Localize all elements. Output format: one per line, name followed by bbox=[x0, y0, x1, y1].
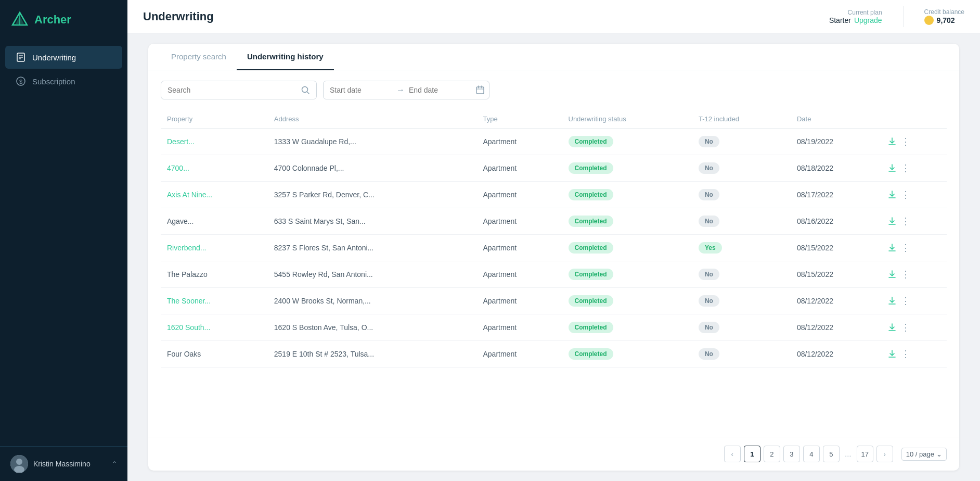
sidebar-item-underwriting[interactable]: Underwriting bbox=[5, 46, 122, 69]
property-name[interactable]: Axis At Nine... bbox=[167, 191, 212, 199]
search-box bbox=[161, 81, 317, 99]
cell-t12: No bbox=[692, 341, 791, 368]
page-title: Underwriting bbox=[143, 10, 214, 23]
pagination-bar: ‹ 1 2 3 4 5 … 17 › 10 / page ⌄ bbox=[148, 437, 959, 471]
cell-status: Completed bbox=[562, 182, 692, 208]
col-property: Property bbox=[161, 110, 268, 129]
cell-property: 1620 South... bbox=[161, 314, 268, 341]
status-badge: Completed bbox=[569, 216, 613, 227]
property-name[interactable]: The Sooner... bbox=[167, 297, 211, 305]
download-button[interactable] bbox=[887, 323, 897, 332]
cell-address: 3257 S Parker Rd, Denver, C... bbox=[268, 182, 477, 208]
cell-status: Completed bbox=[562, 235, 692, 261]
cell-actions: ⋮ bbox=[881, 288, 947, 314]
property-name[interactable]: Riverbend... bbox=[167, 244, 206, 252]
sidebar: Archer Underwriting $ Subscription bbox=[0, 0, 127, 481]
cell-t12: No bbox=[692, 314, 791, 341]
row-actions: ⋮ bbox=[887, 270, 940, 279]
more-options-button[interactable]: ⋮ bbox=[901, 243, 910, 252]
cell-actions: ⋮ bbox=[881, 235, 947, 261]
underwriting-table: Property Address Type Underwriting statu… bbox=[161, 110, 947, 368]
main-card: Property search Underwriting history bbox=[148, 44, 959, 471]
status-badge: Completed bbox=[569, 295, 613, 307]
sidebar-footer: Kristin Massimino ⌃ bbox=[0, 446, 127, 481]
table-row: Riverbend... 8237 S Flores St, San Anton… bbox=[161, 235, 947, 261]
page-5-button[interactable]: 5 bbox=[823, 446, 840, 462]
search-icon[interactable] bbox=[301, 85, 310, 95]
page-last-button[interactable]: 17 bbox=[857, 446, 873, 462]
cell-address: 633 S Saint Marys St, San... bbox=[268, 208, 477, 235]
page-1-button[interactable]: 1 bbox=[744, 446, 760, 462]
cell-address: 1620 S Boston Ave, Tulsa, O... bbox=[268, 314, 477, 341]
svg-point-10 bbox=[16, 459, 22, 465]
status-badge: Completed bbox=[569, 162, 613, 174]
subscription-icon: $ bbox=[16, 76, 26, 86]
start-date-input[interactable] bbox=[330, 86, 392, 94]
calendar-icon[interactable] bbox=[475, 85, 485, 95]
status-badge: Completed bbox=[569, 348, 613, 360]
per-page-select[interactable]: 10 / page ⌄ bbox=[901, 448, 947, 461]
more-options-button[interactable]: ⋮ bbox=[901, 190, 910, 199]
upgrade-link[interactable]: Upgrade bbox=[854, 16, 882, 24]
more-options-button[interactable]: ⋮ bbox=[901, 323, 910, 332]
download-button[interactable] bbox=[887, 243, 897, 252]
more-options-button[interactable]: ⋮ bbox=[901, 270, 910, 279]
cell-date: 08/12/2022 bbox=[791, 341, 881, 368]
cell-type: Apartment bbox=[476, 129, 562, 155]
next-page-button[interactable]: › bbox=[876, 446, 893, 462]
col-date: Date bbox=[791, 110, 881, 129]
more-options-button[interactable]: ⋮ bbox=[901, 296, 910, 306]
cell-date: 08/15/2022 bbox=[791, 261, 881, 288]
cell-actions: ⋮ bbox=[881, 261, 947, 288]
avatar bbox=[10, 455, 28, 473]
page-3-button[interactable]: 3 bbox=[783, 446, 800, 462]
col-type: Type bbox=[476, 110, 562, 129]
cell-t12: No bbox=[692, 182, 791, 208]
plan-value: Starter bbox=[829, 16, 851, 24]
page-2-button[interactable]: 2 bbox=[764, 446, 780, 462]
download-button[interactable] bbox=[887, 163, 897, 173]
t12-badge: No bbox=[699, 295, 719, 307]
chevron-up-icon[interactable]: ⌃ bbox=[112, 460, 117, 467]
end-date-input[interactable] bbox=[409, 86, 471, 94]
credit-amount: 9,702 bbox=[937, 16, 955, 24]
search-input[interactable] bbox=[167, 86, 296, 94]
app-name: Archer bbox=[34, 13, 71, 27]
t12-badge: No bbox=[699, 162, 719, 174]
cell-property: Four Oaks bbox=[161, 341, 268, 368]
more-options-button[interactable]: ⋮ bbox=[901, 163, 910, 173]
property-name[interactable]: Desert... bbox=[167, 137, 195, 146]
property-name[interactable]: 1620 South... bbox=[167, 323, 210, 332]
more-options-button[interactable]: ⋮ bbox=[901, 137, 910, 146]
sidebar-item-subscription[interactable]: $ Subscription bbox=[5, 70, 122, 93]
tab-underwriting-history[interactable]: Underwriting history bbox=[237, 44, 334, 70]
cell-t12: No bbox=[692, 129, 791, 155]
cell-property: Desert... bbox=[161, 129, 268, 155]
download-button[interactable] bbox=[887, 349, 897, 359]
cell-type: Apartment bbox=[476, 314, 562, 341]
row-actions: ⋮ bbox=[887, 163, 940, 173]
table-row: 1620 South... 1620 S Boston Ave, Tulsa, … bbox=[161, 314, 947, 341]
cell-property: The Palazzo bbox=[161, 261, 268, 288]
download-button[interactable] bbox=[887, 137, 897, 146]
cell-status: Completed bbox=[562, 129, 692, 155]
cell-t12: No bbox=[692, 155, 791, 182]
cell-type: Apartment bbox=[476, 155, 562, 182]
page-4-button[interactable]: 4 bbox=[803, 446, 820, 462]
download-button[interactable] bbox=[887, 296, 897, 306]
user-info: Kristin Massimino bbox=[10, 455, 91, 473]
status-badge: Completed bbox=[569, 136, 613, 147]
more-options-button[interactable]: ⋮ bbox=[901, 217, 910, 226]
download-button[interactable] bbox=[887, 190, 897, 199]
tab-property-search[interactable]: Property search bbox=[161, 44, 237, 70]
subscription-label: Subscription bbox=[32, 77, 75, 86]
more-options-button[interactable]: ⋮ bbox=[901, 349, 910, 359]
property-name[interactable]: 4700... bbox=[167, 164, 189, 172]
cell-property: Axis At Nine... bbox=[161, 182, 268, 208]
date-arrow-icon: → bbox=[396, 85, 405, 95]
prev-page-button[interactable]: ‹ bbox=[724, 446, 741, 462]
col-status: Underwriting status bbox=[562, 110, 692, 129]
table-row: Desert... 1333 W Guadalupe Rd,... Apartm… bbox=[161, 129, 947, 155]
download-button[interactable] bbox=[887, 217, 897, 226]
download-button[interactable] bbox=[887, 270, 897, 279]
